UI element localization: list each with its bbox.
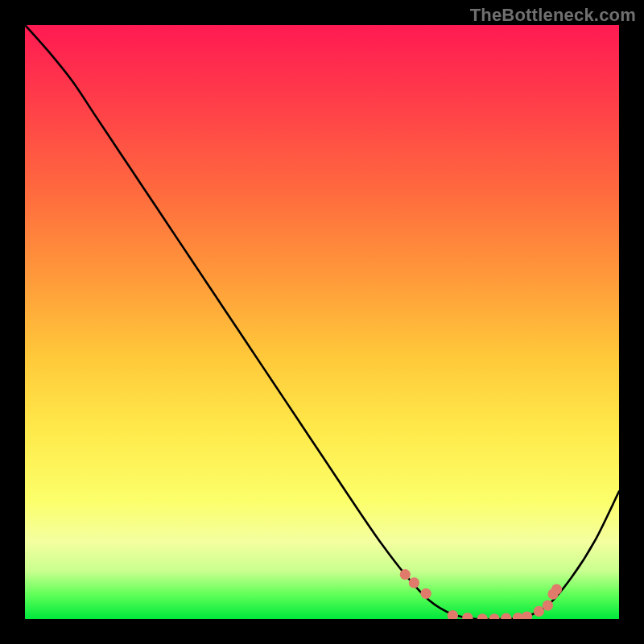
marker-dot — [522, 611, 532, 619]
marker-dot — [551, 584, 562, 594]
watermark-text: TheBottleneck.com — [470, 5, 636, 26]
marker-dot — [421, 588, 431, 599]
marker-dot — [462, 613, 473, 619]
marker-dots — [400, 569, 562, 619]
marker-dot — [543, 600, 553, 610]
chart-stage: TheBottleneck.com — [0, 0, 644, 644]
marker-dot — [448, 610, 458, 619]
plot-area — [25, 25, 619, 619]
marker-dot — [477, 613, 488, 619]
marker-dot — [534, 606, 544, 617]
marker-dot — [400, 569, 411, 580]
marker-dot — [409, 577, 419, 588]
marker-dot — [489, 613, 499, 619]
curve-layer — [25, 25, 619, 619]
marker-dot — [501, 613, 511, 619]
bottleneck-curve — [25, 25, 619, 619]
